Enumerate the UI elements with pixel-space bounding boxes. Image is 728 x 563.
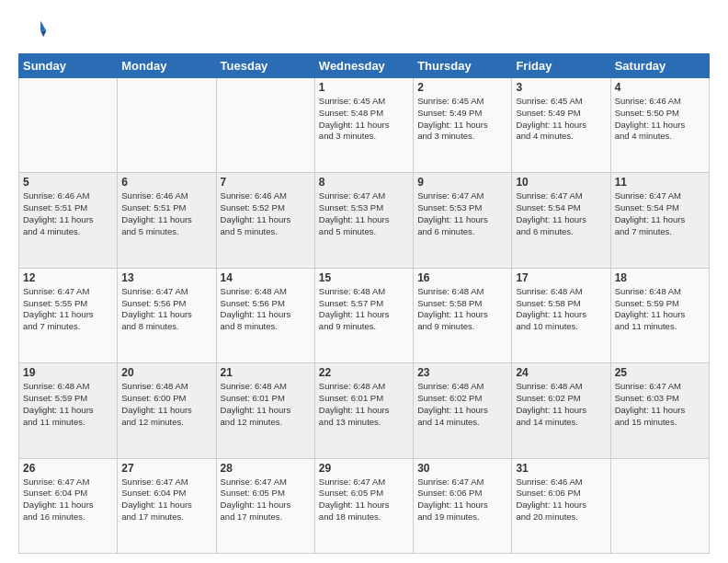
calendar-cell: 28Sunrise: 6:47 AM Sunset: 6:05 PM Dayli… bbox=[216, 458, 314, 553]
day-info: Sunrise: 6:45 AM Sunset: 5:49 PM Dayligh… bbox=[516, 96, 606, 143]
day-number: 1 bbox=[319, 81, 409, 94]
weekday-header-wednesday: Wednesday bbox=[314, 54, 413, 78]
calendar-cell bbox=[19, 78, 118, 173]
calendar-cell: 21Sunrise: 6:48 AM Sunset: 6:01 PM Dayli… bbox=[216, 363, 314, 458]
day-info: Sunrise: 6:48 AM Sunset: 5:56 PM Dayligh… bbox=[221, 286, 311, 333]
day-number: 2 bbox=[417, 81, 507, 94]
day-info: Sunrise: 6:46 AM Sunset: 6:06 PM Dayligh… bbox=[516, 477, 606, 523]
calendar-week-1: 1Sunrise: 6:45 AM Sunset: 5:48 PM Daylig… bbox=[19, 78, 710, 173]
day-info: Sunrise: 6:48 AM Sunset: 6:02 PM Dayligh… bbox=[417, 381, 507, 428]
day-number: 10 bbox=[516, 176, 606, 189]
day-info: Sunrise: 6:46 AM Sunset: 5:51 PM Dayligh… bbox=[23, 190, 113, 237]
day-number: 3 bbox=[516, 81, 606, 94]
calendar-cell: 11Sunrise: 6:47 AM Sunset: 5:54 PM Dayli… bbox=[610, 173, 709, 268]
svg-marker-1 bbox=[40, 31, 46, 37]
calendar-cell: 7Sunrise: 6:46 AM Sunset: 5:52 PM Daylig… bbox=[216, 173, 314, 268]
day-info: Sunrise: 6:47 AM Sunset: 5:53 PM Dayligh… bbox=[417, 190, 507, 237]
calendar-cell: 13Sunrise: 6:47 AM Sunset: 5:56 PM Dayli… bbox=[118, 268, 216, 362]
day-info: Sunrise: 6:47 AM Sunset: 5:56 PM Dayligh… bbox=[121, 286, 211, 333]
calendar-cell: 24Sunrise: 6:48 AM Sunset: 6:02 PM Dayli… bbox=[512, 363, 610, 458]
calendar-cell: 29Sunrise: 6:47 AM Sunset: 6:05 PM Dayli… bbox=[314, 458, 413, 553]
calendar-body: 1Sunrise: 6:45 AM Sunset: 5:48 PM Daylig… bbox=[19, 78, 710, 554]
day-info: Sunrise: 6:46 AM Sunset: 5:51 PM Dayligh… bbox=[121, 190, 211, 237]
day-number: 23 bbox=[417, 366, 507, 379]
day-info: Sunrise: 6:48 AM Sunset: 6:01 PM Dayligh… bbox=[319, 381, 409, 428]
day-number: 4 bbox=[615, 81, 705, 94]
day-info: Sunrise: 6:46 AM Sunset: 5:50 PM Dayligh… bbox=[615, 96, 705, 143]
calendar-cell: 20Sunrise: 6:48 AM Sunset: 6:00 PM Dayli… bbox=[118, 363, 216, 458]
calendar-cell: 9Sunrise: 6:47 AM Sunset: 5:53 PM Daylig… bbox=[414, 173, 512, 268]
day-number: 6 bbox=[121, 176, 211, 189]
day-number: 7 bbox=[221, 176, 311, 189]
day-info: Sunrise: 6:47 AM Sunset: 6:05 PM Dayligh… bbox=[319, 477, 409, 523]
day-number: 17 bbox=[516, 271, 606, 284]
calendar-cell: 6Sunrise: 6:46 AM Sunset: 5:51 PM Daylig… bbox=[118, 173, 216, 268]
day-info: Sunrise: 6:47 AM Sunset: 5:53 PM Dayligh… bbox=[319, 190, 409, 237]
day-number: 31 bbox=[516, 462, 606, 475]
weekday-header-thursday: Thursday bbox=[414, 54, 512, 78]
logo bbox=[18, 15, 51, 44]
calendar-cell: 2Sunrise: 6:45 AM Sunset: 5:49 PM Daylig… bbox=[414, 78, 512, 173]
calendar-cell: 30Sunrise: 6:47 AM Sunset: 6:06 PM Dayli… bbox=[414, 458, 512, 553]
calendar-cell: 8Sunrise: 6:47 AM Sunset: 5:53 PM Daylig… bbox=[314, 173, 413, 268]
day-number: 21 bbox=[221, 366, 311, 379]
day-info: Sunrise: 6:48 AM Sunset: 5:58 PM Dayligh… bbox=[417, 286, 507, 333]
day-number: 11 bbox=[615, 176, 705, 189]
calendar-cell: 25Sunrise: 6:47 AM Sunset: 6:03 PM Dayli… bbox=[610, 363, 709, 458]
weekday-header-sunday: Sunday bbox=[19, 54, 118, 78]
day-number: 24 bbox=[516, 366, 606, 379]
calendar-cell: 10Sunrise: 6:47 AM Sunset: 5:54 PM Dayli… bbox=[512, 173, 610, 268]
calendar-cell: 14Sunrise: 6:48 AM Sunset: 5:56 PM Dayli… bbox=[216, 268, 314, 362]
calendar-cell: 22Sunrise: 6:48 AM Sunset: 6:01 PM Dayli… bbox=[314, 363, 413, 458]
calendar-cell bbox=[610, 458, 709, 553]
day-number: 15 bbox=[319, 271, 409, 284]
day-info: Sunrise: 6:47 AM Sunset: 6:03 PM Dayligh… bbox=[615, 381, 705, 428]
calendar-table: SundayMondayTuesdayWednesdayThursdayFrid… bbox=[18, 53, 710, 554]
weekday-header-tuesday: Tuesday bbox=[216, 54, 314, 78]
calendar-cell bbox=[118, 78, 216, 173]
day-info: Sunrise: 6:47 AM Sunset: 5:54 PM Dayligh… bbox=[516, 190, 606, 237]
calendar-cell: 1Sunrise: 6:45 AM Sunset: 5:48 PM Daylig… bbox=[314, 78, 413, 173]
day-info: Sunrise: 6:48 AM Sunset: 5:57 PM Dayligh… bbox=[319, 286, 409, 333]
day-number: 8 bbox=[319, 176, 409, 189]
day-info: Sunrise: 6:47 AM Sunset: 6:06 PM Dayligh… bbox=[417, 477, 507, 523]
day-number: 19 bbox=[23, 366, 113, 379]
logo-icon bbox=[18, 15, 48, 44]
header bbox=[18, 15, 710, 44]
calendar-cell: 31Sunrise: 6:46 AM Sunset: 6:06 PM Dayli… bbox=[512, 458, 610, 553]
day-info: Sunrise: 6:45 AM Sunset: 5:49 PM Dayligh… bbox=[417, 96, 507, 143]
day-number: 13 bbox=[121, 271, 211, 284]
calendar-cell: 5Sunrise: 6:46 AM Sunset: 5:51 PM Daylig… bbox=[19, 173, 118, 268]
day-number: 14 bbox=[221, 271, 311, 284]
calendar-cell: 26Sunrise: 6:47 AM Sunset: 6:04 PM Dayli… bbox=[19, 458, 118, 553]
day-info: Sunrise: 6:48 AM Sunset: 6:01 PM Dayligh… bbox=[221, 381, 311, 428]
calendar-cell: 4Sunrise: 6:46 AM Sunset: 5:50 PM Daylig… bbox=[610, 78, 709, 173]
day-number: 16 bbox=[417, 271, 507, 284]
calendar-week-5: 26Sunrise: 6:47 AM Sunset: 6:04 PM Dayli… bbox=[19, 458, 710, 553]
calendar-cell: 15Sunrise: 6:48 AM Sunset: 5:57 PM Dayli… bbox=[314, 268, 413, 362]
day-number: 26 bbox=[23, 462, 113, 475]
calendar-week-3: 12Sunrise: 6:47 AM Sunset: 5:55 PM Dayli… bbox=[19, 268, 710, 362]
day-info: Sunrise: 6:48 AM Sunset: 5:59 PM Dayligh… bbox=[615, 286, 705, 333]
weekday-header-friday: Friday bbox=[512, 54, 610, 78]
calendar-cell bbox=[216, 78, 314, 173]
page: SundayMondayTuesdayWednesdayThursdayFrid… bbox=[0, 0, 728, 563]
calendar-cell: 23Sunrise: 6:48 AM Sunset: 6:02 PM Dayli… bbox=[414, 363, 512, 458]
day-info: Sunrise: 6:48 AM Sunset: 5:59 PM Dayligh… bbox=[23, 381, 113, 428]
day-number: 12 bbox=[23, 271, 113, 284]
day-info: Sunrise: 6:47 AM Sunset: 6:04 PM Dayligh… bbox=[23, 477, 113, 523]
day-number: 25 bbox=[615, 366, 705, 379]
svg-marker-0 bbox=[40, 20, 46, 30]
day-info: Sunrise: 6:46 AM Sunset: 5:52 PM Dayligh… bbox=[221, 190, 311, 237]
day-info: Sunrise: 6:48 AM Sunset: 6:02 PM Dayligh… bbox=[516, 381, 606, 428]
day-info: Sunrise: 6:45 AM Sunset: 5:48 PM Dayligh… bbox=[319, 96, 409, 143]
calendar-cell: 16Sunrise: 6:48 AM Sunset: 5:58 PM Dayli… bbox=[414, 268, 512, 362]
day-info: Sunrise: 6:47 AM Sunset: 6:04 PM Dayligh… bbox=[121, 477, 211, 523]
calendar-week-2: 5Sunrise: 6:46 AM Sunset: 5:51 PM Daylig… bbox=[19, 173, 710, 268]
calendar-week-4: 19Sunrise: 6:48 AM Sunset: 5:59 PM Dayli… bbox=[19, 363, 710, 458]
day-info: Sunrise: 6:47 AM Sunset: 5:55 PM Dayligh… bbox=[23, 286, 113, 333]
calendar-cell: 18Sunrise: 6:48 AM Sunset: 5:59 PM Dayli… bbox=[610, 268, 709, 362]
day-number: 30 bbox=[417, 462, 507, 475]
calendar-cell: 27Sunrise: 6:47 AM Sunset: 6:04 PM Dayli… bbox=[118, 458, 216, 553]
day-number: 5 bbox=[23, 176, 113, 189]
